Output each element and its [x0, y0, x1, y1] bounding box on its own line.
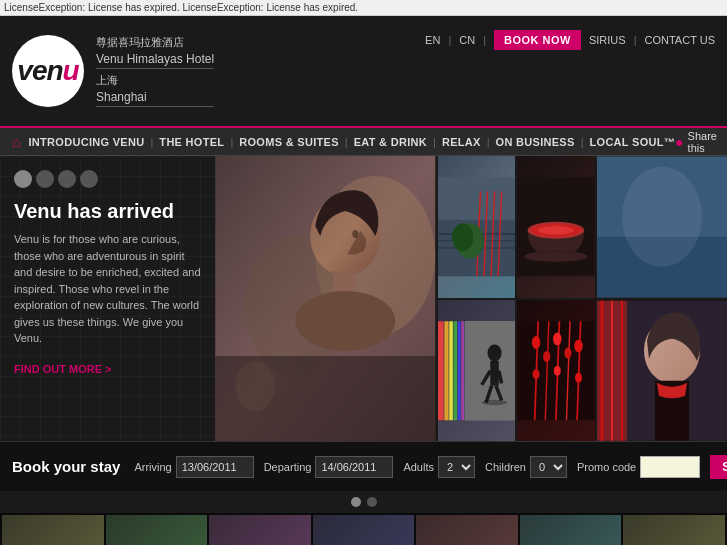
svg-point-24 — [538, 226, 573, 234]
hotel-name-english: Venu Himalayas Hotel — [96, 52, 214, 69]
nav-sep-2: | — [483, 34, 486, 46]
thumb-1[interactable] — [2, 515, 104, 545]
contact-us-link[interactable]: CONTACT US — [645, 34, 716, 46]
hero-portrait-svg — [215, 156, 436, 441]
thumb-7[interactable] — [623, 515, 725, 545]
promo-input[interactable] — [640, 456, 700, 478]
main-content: Venu has arrived Venu is for those who a… — [0, 156, 727, 441]
svg-rect-27 — [438, 321, 444, 420]
grid-image-3 — [438, 300, 516, 442]
thumb-5[interactable] — [416, 515, 518, 545]
thumb-6[interactable] — [520, 515, 622, 545]
page-dot-1[interactable] — [351, 497, 361, 507]
book-now-button[interactable]: BOOK NOW — [494, 30, 581, 50]
svg-rect-36 — [490, 360, 498, 385]
departing-input[interactable] — [315, 456, 393, 478]
arriving-input[interactable] — [176, 456, 254, 478]
hotel-info: 尊据喜玛拉雅酒店 Venu Himalayas Hotel 上海 Shangha… — [96, 35, 214, 107]
svg-point-51 — [565, 347, 572, 358]
nav-business[interactable]: ON BUSINESS — [496, 136, 575, 148]
promo-field: Promo code — [577, 456, 700, 478]
nav-hotel[interactable]: THE HOTEL — [159, 136, 224, 148]
find-more-link[interactable]: FIND OUT MORE > — [14, 363, 111, 375]
right-panel — [597, 156, 727, 441]
promo-label: Promo code — [577, 461, 636, 473]
book-stay-label: Book your stay — [12, 458, 120, 475]
thumb-4[interactable] — [313, 515, 415, 545]
slide-title: Venu has arrived — [14, 200, 201, 223]
main-hero-image — [215, 156, 436, 441]
nav-eat[interactable]: EAT & DRINK — [354, 136, 427, 148]
header: venu 尊据喜玛拉雅酒店 Venu Himalayas Hotel 上海 Sh… — [0, 16, 727, 126]
svg-point-5 — [295, 291, 395, 351]
booking-bar: Book your stay Arriving Departing Adults… — [0, 441, 727, 491]
nav-rooms[interactable]: ROOMS & SUITES — [239, 136, 339, 148]
license-bar: LicenseException: License has expired. L… — [0, 0, 727, 16]
bottom-thumbnails — [0, 513, 727, 545]
slide-dot-3[interactable] — [58, 170, 76, 188]
top-nav: EN | CN | BOOK NOW SIRIUS | CONTACT US — [425, 22, 715, 50]
svg-point-58 — [622, 167, 702, 267]
children-label: Children — [485, 461, 526, 473]
lang-cn[interactable]: CN — [459, 34, 475, 46]
svg-point-55 — [575, 372, 582, 382]
svg-point-8 — [235, 361, 275, 411]
right-top-image — [597, 156, 727, 298]
slide-body: Venu is for those who are curious, those… — [14, 231, 201, 347]
adults-label: Adults — [403, 461, 434, 473]
share-label: Share this — [688, 130, 717, 154]
svg-point-26 — [524, 251, 588, 261]
slide-dot-4[interactable] — [80, 170, 98, 188]
nav-relax[interactable]: RELAX — [442, 136, 481, 148]
hotel-name-chinese: 尊据喜玛拉雅酒店 — [96, 35, 214, 50]
left-panel: Venu has arrived Venu is for those who a… — [0, 156, 215, 441]
children-field: Children 0 1 2 3 — [485, 456, 567, 478]
logo-wordmark: venu — [17, 55, 78, 87]
image-grid — [438, 156, 596, 441]
nav-links: INTRODUCING VENU | THE HOTEL | ROOMS & S… — [28, 136, 675, 148]
svg-rect-28 — [444, 321, 448, 420]
svg-point-41 — [481, 399, 506, 405]
sirius-link[interactable]: SIRIUS — [589, 34, 626, 46]
svg-point-53 — [533, 369, 540, 379]
svg-point-50 — [553, 332, 561, 345]
logo: venu — [12, 35, 84, 107]
svg-point-48 — [532, 336, 540, 349]
svg-point-49 — [543, 350, 550, 361]
slide-dot-1[interactable] — [14, 170, 32, 188]
children-select[interactable]: 0 1 2 3 — [530, 456, 567, 478]
svg-rect-29 — [449, 321, 453, 420]
license-text: LicenseException: License has expired. L… — [4, 2, 358, 13]
svg-point-6 — [352, 230, 358, 238]
grid-image-1 — [438, 156, 516, 298]
hotel-city-chinese: 上海 — [96, 71, 214, 88]
adults-field: Adults 2 1 3 4 — [403, 456, 475, 478]
search-button[interactable]: Search — [710, 455, 727, 479]
share-icon: ● — [675, 134, 683, 150]
share-button[interactable]: ● Share this — [675, 130, 717, 154]
adults-select[interactable]: 2 1 3 4 — [438, 456, 475, 478]
grid-image-2 — [517, 156, 595, 298]
image-area — [215, 156, 727, 441]
hotel-city-english: Shanghai — [96, 90, 214, 107]
svg-point-19 — [452, 223, 473, 251]
pagination — [0, 491, 727, 513]
nav-introducing[interactable]: INTRODUCING VENU — [28, 136, 144, 148]
home-icon[interactable]: ⌂ — [12, 134, 20, 150]
nav-local[interactable]: LOCAL SOUL™ — [590, 136, 676, 148]
departing-field: Departing — [264, 456, 394, 478]
thumb-2[interactable] — [106, 515, 208, 545]
slide-dot-2[interactable] — [36, 170, 54, 188]
svg-rect-31 — [457, 321, 460, 420]
nav-sep-3: | — [634, 34, 637, 46]
grid-image-4 — [517, 300, 595, 442]
departing-label: Departing — [264, 461, 312, 473]
svg-point-35 — [487, 344, 501, 361]
thumb-3[interactable] — [209, 515, 311, 545]
svg-rect-30 — [453, 321, 457, 420]
svg-rect-32 — [461, 321, 464, 420]
lang-en[interactable]: EN — [425, 34, 440, 46]
slide-indicators — [14, 170, 201, 188]
page-dot-2[interactable] — [367, 497, 377, 507]
nav-bar: ⌂ INTRODUCING VENU | THE HOTEL | ROOMS &… — [0, 126, 727, 156]
